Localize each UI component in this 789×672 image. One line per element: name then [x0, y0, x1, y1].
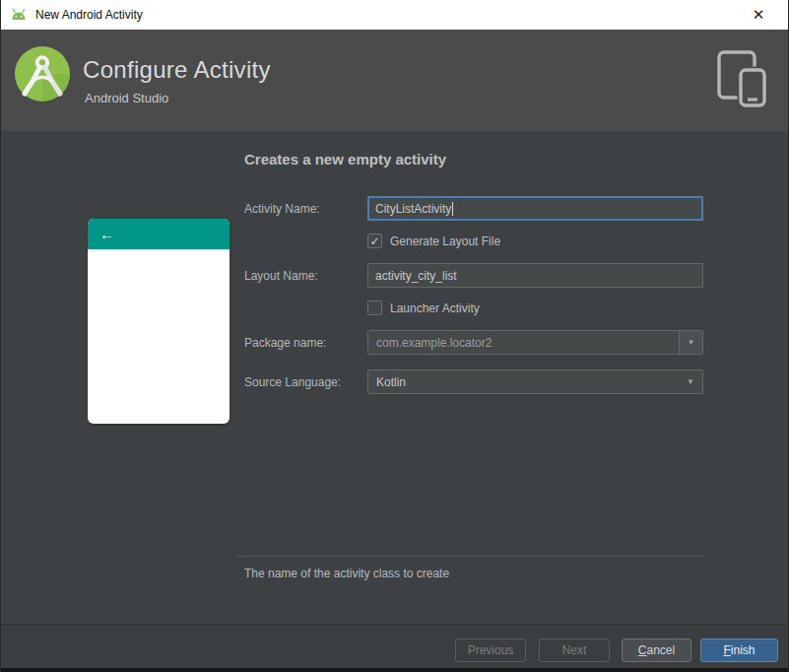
back-arrow-icon: ←: [99, 226, 114, 242]
finish-button[interactable]: Finish: [700, 638, 778, 662]
launcher-activity-label: Launcher Activity: [390, 302, 480, 315]
cancel-button[interactable]: Cancel: [622, 638, 691, 662]
window-bottom-border: [1, 668, 788, 672]
status-text: The name of the activity class to create: [244, 567, 449, 580]
package-name-value: com.example.locator2: [368, 336, 679, 350]
wizard-title: Configure Activity: [83, 56, 271, 84]
close-icon[interactable]: ✕: [743, 0, 774, 30]
next-button-label: Next: [562, 643, 587, 657]
source-language-label: Source Language:: [244, 375, 341, 389]
cancel-button-label: Cancel: [638, 643, 675, 657]
title-bar: New Android Activity ✕: [1, 0, 788, 30]
status-separator: [237, 556, 703, 557]
wizard-subtitle: Android Studio: [85, 91, 168, 105]
finish-button-label: Finish: [723, 643, 755, 657]
chevron-down-icon[interactable]: ▼: [679, 331, 702, 354]
checkbox-checked-icon[interactable]: ✓: [367, 234, 382, 248]
chevron-down-icon[interactable]: ▼: [679, 370, 702, 393]
checkbox-unchecked-box[interactable]: [367, 301, 382, 315]
tablet-phone-icon: [715, 46, 770, 107]
wizard-header: Configure Activity Android Studio: [1, 30, 788, 131]
generate-layout-checkbox[interactable]: ✓ Generate Layout File: [367, 234, 500, 248]
activity-name-value: CityListActivity: [375, 202, 451, 216]
android-head-icon: [10, 7, 28, 23]
package-name-label: Package name:: [244, 336, 326, 350]
layout-name-label: Layout Name:: [244, 269, 318, 283]
wizard-content: Creates a new empty activity ← Activity …: [1, 131, 788, 624]
next-button[interactable]: Next: [539, 638, 610, 662]
android-studio-logo: [14, 45, 71, 102]
previous-button[interactable]: Previous: [455, 638, 526, 662]
package-name-combobox[interactable]: com.example.locator2 ▼: [367, 330, 703, 355]
generate-layout-label: Generate Layout File: [390, 235, 500, 248]
activity-name-label: Activity Name:: [244, 202, 320, 216]
new-android-activity-dialog: New Android Activity ✕ Configure Activit…: [0, 0, 789, 672]
previous-button-label: Previous: [468, 643, 514, 657]
layout-name-value: activity_city_list: [375, 269, 457, 283]
layout-name-input[interactable]: activity_city_list: [367, 263, 703, 288]
button-bar: Previous Next Cancel Finish: [1, 624, 788, 668]
preview-appbar: ←: [88, 219, 230, 249]
source-language-value: Kotlin: [368, 375, 679, 389]
activity-name-input[interactable]: CityListActivity: [367, 196, 703, 221]
launcher-activity-checkbox[interactable]: Launcher Activity: [367, 301, 480, 315]
activity-preview: ←: [88, 219, 230, 424]
step-heading: Creates a new empty activity: [244, 151, 446, 168]
window-title: New Android Activity: [35, 8, 143, 22]
text-caret: [452, 202, 453, 216]
source-language-combobox[interactable]: Kotlin ▼: [367, 370, 703, 394]
